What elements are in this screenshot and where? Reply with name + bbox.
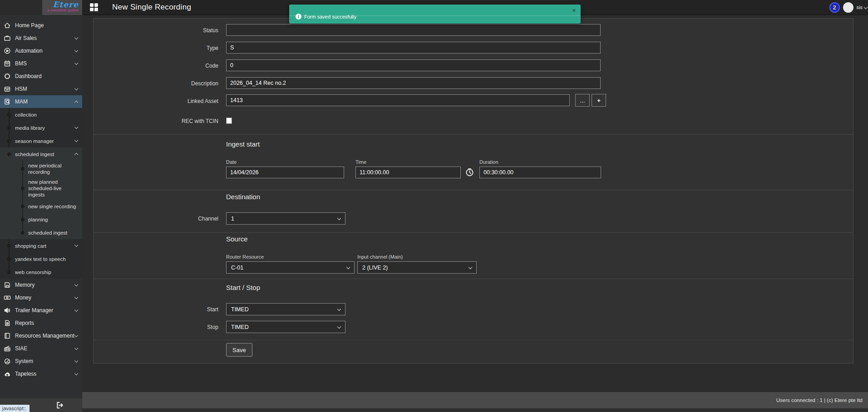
sidebar-item-scheduled-ingest[interactable]: scheduled ingest <box>0 147 82 161</box>
sidebar-item-yandex-text-to-speech[interactable]: yandex text to speech <box>0 252 82 265</box>
sidebar-item-memory[interactable]: Memory <box>0 279 82 291</box>
close-icon[interactable]: × <box>572 7 576 14</box>
input-channel-label: Input channel (Main) <box>357 254 403 260</box>
sidebar-item-label: web censorship <box>15 270 51 275</box>
channel-selected-value: 1 <box>231 216 234 222</box>
sidebar-item-planning[interactable]: planning <box>0 213 82 226</box>
sidebar-item-mam[interactable]: MAM <box>0 95 82 108</box>
speaker-icon <box>4 307 11 314</box>
report-file-icon <box>4 319 11 327</box>
sidebar-item-air-sales[interactable]: Air Sales <box>0 32 82 44</box>
status-label: Status <box>94 27 218 34</box>
brand-logo[interactable]: Etere a consistent system <box>42 0 82 15</box>
linked-asset-input[interactable] <box>226 94 570 106</box>
sidebar-item-tapeless[interactable]: Tapeless <box>0 368 82 380</box>
sidebar-item-label: Home Page <box>15 22 44 29</box>
sidebar-item-collection[interactable]: collection <box>0 108 82 121</box>
status-input[interactable] <box>226 24 601 36</box>
sidebar-item-dashboard[interactable]: Dashboard <box>0 70 82 83</box>
linked-asset-browse-button[interactable]: ... <box>575 94 590 107</box>
channel-label: Channel <box>94 216 218 222</box>
apps-grid-icon[interactable] <box>89 3 99 12</box>
sidebar-item-new-periodical-recording[interactable]: new periodical recording <box>0 161 82 177</box>
sidebar-item-label: Tapeless <box>15 371 36 377</box>
sidebar-item-label: season manager <box>15 138 54 144</box>
type-input[interactable] <box>226 42 601 54</box>
duration-label: Duration <box>479 159 498 165</box>
type-label: Type <box>94 45 218 51</box>
sidebar-item-bms[interactable]: BMS <box>0 57 82 70</box>
chevron-down-icon <box>74 358 78 362</box>
chevron-up-icon <box>74 100 78 104</box>
sidebar-item-siae[interactable]: SIAE <box>0 342 82 355</box>
chevron-down-icon <box>74 86 78 90</box>
scheduled-ingest-submenu: new periodical recording new planned sch… <box>0 161 82 239</box>
sidebar-item-media-library[interactable]: media library <box>0 121 82 134</box>
sidebar-item-label: new periodical recording <box>28 162 78 175</box>
chevron-down-icon <box>74 282 78 286</box>
sidebar-item-reports[interactable]: Reports <box>0 317 82 329</box>
sidebar-item-label: planning <box>28 216 48 223</box>
date-input[interactable] <box>226 167 344 178</box>
sidebar-item-label: Automation <box>15 48 43 54</box>
date-label: Date <box>226 159 237 165</box>
router-resource-select[interactable]: C-01 <box>226 261 355 274</box>
sidebar-header: Etere a consistent system <box>0 0 82 15</box>
sidebar-item-new-planned-scheduled-live-ingests[interactable]: new planned scheduled-live ingests <box>0 177 82 200</box>
sidebar-item-label: Money <box>15 294 31 301</box>
code-input[interactable] <box>226 59 601 71</box>
section-divider <box>94 232 853 233</box>
notification-badge[interactable]: 2 <box>829 2 840 13</box>
channel-select[interactable]: 1 <box>226 212 345 225</box>
linked-asset-label: Linked Asset <box>94 98 218 104</box>
stop-select[interactable]: TIMED <box>226 321 345 333</box>
sidebar-item-label: collection <box>15 112 37 118</box>
router-resource-selected-value: C-01 <box>231 265 243 271</box>
chevron-down-icon <box>337 324 341 328</box>
app-window: Etere a consistent system Home Page Air … <box>0 0 868 412</box>
info-icon: i <box>296 14 301 20</box>
clock-icon[interactable] <box>465 167 474 179</box>
sidebar-nav: Home Page Air Sales Automation BMS Dashb… <box>0 15 82 380</box>
sidebar-item-trailer-manager[interactable]: Trailer Manager <box>0 304 82 317</box>
chevron-down-icon <box>337 307 341 310</box>
code-label: Code <box>94 63 218 69</box>
sidebar-item-hsm[interactable]: HSM <box>0 83 82 95</box>
router-resource-label: Router Resource <box>226 254 264 260</box>
sidebar-item-season-manager[interactable]: season manager <box>0 134 82 147</box>
description-input[interactable] <box>226 77 601 89</box>
chevron-down-icon <box>74 371 78 375</box>
main-content: Status Type Code Description Linked Asse… <box>82 15 868 412</box>
linked-asset-add-button[interactable]: + <box>592 94 606 107</box>
logout-icon[interactable] <box>55 401 65 411</box>
avatar[interactable] <box>843 2 853 13</box>
sidebar-item-shopping-cart[interactable]: shopping cart <box>0 239 82 252</box>
save-button[interactable]: Save <box>226 343 252 357</box>
sidebar-item-label: Dashboard <box>15 73 42 79</box>
user-menu[interactable]: sis <box>857 5 867 10</box>
stop-selected-value: TIMED <box>231 324 249 330</box>
start-select[interactable]: TIMED <box>226 303 345 315</box>
toast-message-row: i Form saved succesfully <box>296 14 356 20</box>
sidebar-item-resources-management[interactable]: Resources Management <box>0 329 82 342</box>
duration-input[interactable] <box>479 167 601 178</box>
chevron-down-icon <box>74 346 78 349</box>
sidebar-item-new-single-recording[interactable]: new single recording <box>0 200 82 213</box>
time-input[interactable] <box>355 167 461 178</box>
sidebar-item-label: new single recording <box>28 203 76 210</box>
sidebar-item-money[interactable]: Money <box>0 291 82 304</box>
sidebar-item-scheduled-ingest-page[interactable]: scheduled ingest <box>0 226 82 239</box>
sidebar-item-automation[interactable]: Automation <box>0 44 82 57</box>
search-document-icon <box>4 98 11 106</box>
rec-with-tcin-checkbox[interactable] <box>226 118 232 124</box>
sidebar-item-home-page[interactable]: Home Page <box>0 19 82 32</box>
input-channel-select[interactable]: 2 (LIVE 2) <box>357 261 477 274</box>
chevron-down-icon <box>74 138 78 142</box>
sidebar-item-system[interactable]: System <box>0 355 82 368</box>
sidebar-item-label: new planned scheduled-live ingests <box>28 179 77 198</box>
page-title: New Single Recording <box>112 3 191 12</box>
sidebar-item-label: SIAE <box>15 345 27 352</box>
sidebar-item-label: yandex text to speech <box>15 256 66 262</box>
sidebar-item-web-censorship[interactable]: web censorship <box>0 265 82 279</box>
chevron-down-icon <box>74 48 78 52</box>
